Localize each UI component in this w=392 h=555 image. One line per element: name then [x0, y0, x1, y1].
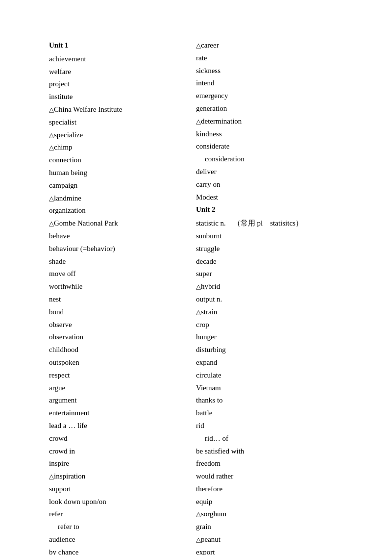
list-item: move off — [49, 268, 196, 280]
list-item: by chance — [49, 546, 196, 555]
main-content: Unit 1 achievementwelfareprojectinstitut… — [49, 39, 343, 555]
list-item: hunger — [196, 331, 343, 344]
list-item: human being — [49, 167, 196, 179]
triangle-icon — [196, 308, 201, 316]
list-item: support — [49, 483, 196, 496]
list-item: kindness — [196, 128, 343, 141]
list-item: thanks to — [196, 394, 343, 407]
list-item: rid — [196, 420, 343, 432]
triangle-icon — [49, 143, 54, 151]
list-item: hybrid — [196, 280, 343, 293]
right-column: careerratesicknessintendemergencygenerat… — [196, 39, 343, 555]
list-item: rate — [196, 52, 343, 65]
list-item: grain — [196, 521, 343, 533]
list-item: nest — [49, 293, 196, 306]
triangle-icon — [196, 282, 201, 290]
list-item: behaviour (=behavior) — [49, 243, 196, 255]
list-item: Gombe National Park — [49, 217, 196, 230]
list-item: specialize — [49, 129, 196, 142]
list-item: considerate — [196, 140, 343, 153]
triangle-icon — [49, 131, 54, 139]
triangle-icon — [49, 219, 54, 227]
list-item: sickness — [196, 65, 343, 77]
triangle-icon — [49, 194, 54, 202]
list-item: bond — [49, 306, 196, 319]
list-item: circulate — [196, 369, 343, 382]
list-item: decade — [196, 255, 343, 268]
list-item: institute — [49, 91, 196, 103]
list-item: organization — [49, 204, 196, 217]
list-item: strain — [196, 306, 343, 319]
list-item: argument — [49, 394, 196, 407]
list-item: rid… of — [196, 432, 343, 445]
list-item: welfare — [49, 66, 196, 78]
list-item: inspire — [49, 457, 196, 470]
list-item: achievement — [49, 53, 196, 66]
list-item: export — [196, 546, 343, 555]
list-item: crowd — [49, 432, 196, 445]
list-item: inspiration — [49, 470, 196, 483]
list-item: expand — [196, 356, 343, 369]
list-item: battle — [196, 407, 343, 420]
list-item: project — [49, 78, 196, 91]
left-column: Unit 1 achievementwelfareprojectinstitut… — [49, 39, 196, 555]
list-item: be satisfied with — [196, 445, 343, 458]
list-item: campaign — [49, 179, 196, 192]
list-item: equip — [196, 496, 343, 508]
list-item: career — [196, 39, 343, 52]
list-item: deliver — [196, 166, 343, 178]
list-item: behave — [49, 230, 196, 243]
triangle-icon — [49, 472, 54, 480]
triangle-icon — [49, 105, 54, 113]
list-item: observation — [49, 331, 196, 344]
list-item: landmine — [49, 192, 196, 205]
triangle-icon — [196, 41, 201, 49]
list-item: crop — [196, 319, 343, 331]
list-item: statistic n. （常用 pl statisitcs） — [196, 217, 343, 230]
triangle-icon — [196, 535, 201, 543]
list-item: worthwhile — [49, 280, 196, 293]
list-item: peanut — [196, 533, 343, 546]
list-item: shade — [49, 255, 196, 268]
list-item: specialist — [49, 116, 196, 129]
list-item: freedom — [196, 457, 343, 470]
list-item: audience — [49, 533, 196, 546]
list-item: intend — [196, 77, 343, 90]
list-item: crowd in — [49, 445, 196, 458]
list-item: refer — [49, 508, 196, 521]
list-item: look down upon/on — [49, 496, 196, 508]
list-item: output n. — [196, 293, 343, 306]
list-item: respect — [49, 369, 196, 382]
list-item: Vietnam — [196, 382, 343, 395]
list-item: generation — [196, 102, 343, 115]
list-item: childhood — [49, 344, 196, 356]
list-item: chimp — [49, 141, 196, 154]
triangle-icon — [196, 117, 201, 125]
unit1-header: Unit 1 — [49, 39, 196, 52]
list-item: sunburnt — [196, 230, 343, 243]
list-item: consideration — [196, 153, 343, 166]
list-item: disturbing — [196, 344, 343, 356]
list-item: determination — [196, 115, 343, 128]
list-item: lead a … life — [49, 420, 196, 432]
list-item: carry on — [196, 178, 343, 191]
list-item: observe — [49, 319, 196, 331]
triangle-icon — [196, 510, 201, 518]
list-item: outspoken — [49, 356, 196, 369]
list-item: entertainment — [49, 407, 196, 420]
list-item: therefore — [196, 483, 343, 496]
list-item: Modest — [196, 191, 343, 204]
list-item: refer to — [49, 521, 196, 533]
list-item: emergency — [196, 90, 343, 102]
list-item: China Welfare Institute — [49, 103, 196, 116]
list-item: struggle — [196, 243, 343, 255]
list-item: super — [196, 268, 343, 280]
list-item: argue — [49, 382, 196, 395]
list-item: connection — [49, 154, 196, 167]
list-item: sorghum — [196, 508, 343, 521]
unit2-header: Unit 2 — [196, 203, 343, 216]
list-item: would rather — [196, 470, 343, 483]
